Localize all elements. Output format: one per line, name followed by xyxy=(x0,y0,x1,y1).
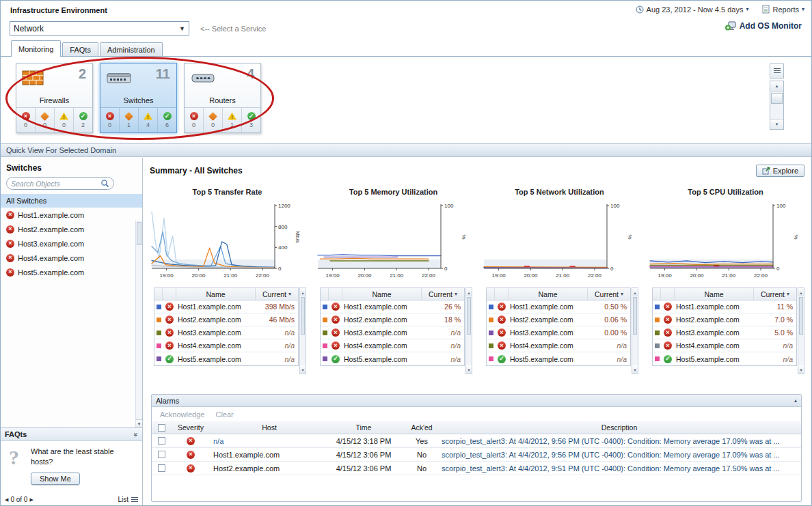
column-header-name[interactable]: Name xyxy=(509,288,588,300)
chart-table-row[interactable]: ×Host2.example.com18 % xyxy=(321,313,464,326)
collapse-icon[interactable]: ▴ xyxy=(794,397,797,404)
chart-table-row[interactable]: ×Host2.example.com46 Mb/s xyxy=(154,313,298,326)
chart-table-row[interactable]: ×Host4.example.comn/a xyxy=(487,339,630,352)
column-header-name[interactable]: Name xyxy=(342,288,422,300)
table-scrollbar[interactable]: ▴▾ xyxy=(798,287,804,374)
host-list-item[interactable]: ×Host5.example.com xyxy=(1,265,142,279)
column-header-name[interactable]: Name xyxy=(176,288,256,300)
show-me-button[interactable]: Show Me xyxy=(31,473,80,485)
tab-administration[interactable]: Administration xyxy=(100,42,163,56)
host-list-item[interactable]: ×Host1.example.com xyxy=(1,208,142,222)
scroll-down-button[interactable]: ▾ xyxy=(466,365,472,374)
chart-table-row[interactable]: ×Host1.example.com11 % xyxy=(653,300,796,313)
tile-scrollbar[interactable]: ▴ ▾ xyxy=(770,81,784,130)
select-all-checkbox[interactable] xyxy=(158,424,165,432)
tab-monitoring[interactable]: Monitoring xyxy=(11,40,61,57)
add-os-monitor-button[interactable]: Add OS Monitor xyxy=(725,21,802,31)
explore-button[interactable]: Explore xyxy=(756,165,804,177)
scroll-thumb[interactable] xyxy=(301,297,305,335)
clear-button[interactable]: Clear xyxy=(215,410,233,419)
scroll-thumb[interactable] xyxy=(633,297,637,335)
chart-table-row[interactable]: ×Host2.example.com7.0 % xyxy=(653,313,796,326)
scroll-down-button[interactable]: ▾ xyxy=(632,365,638,374)
acknowledge-button[interactable]: Acknowledge xyxy=(160,410,204,419)
scroll-down-button[interactable]: ▾ xyxy=(798,365,804,374)
tile-routers[interactable]: 4Routers×00!1✓3 xyxy=(184,63,261,133)
column-header-severity[interactable]: Severity xyxy=(171,423,211,432)
chart-table-row[interactable]: ×Host3.example.com0.00 % xyxy=(487,326,630,339)
pager-prev-icon[interactable]: ◀ xyxy=(5,497,8,503)
scroll-up-button[interactable]: ▴ xyxy=(300,288,306,296)
scroll-up-button[interactable]: ▴ xyxy=(466,288,472,296)
tile-switches[interactable]: 11Switches×01!4✓6 xyxy=(100,63,177,133)
scroll-down-button[interactable]: ▾ xyxy=(300,365,306,374)
chart-table-row[interactable]: ×Host3.example.comn/a xyxy=(321,326,464,339)
scroll-thumb[interactable] xyxy=(771,93,783,104)
alarm-row[interactable]: ×n/a4/15/12 3:18 PMYesscorpio_test_alert… xyxy=(152,434,801,448)
reports-menu[interactable]: Reports xyxy=(772,5,799,14)
scroll-thumb[interactable] xyxy=(799,297,803,335)
column-header-current[interactable]: Current▾ xyxy=(754,288,796,300)
column-header-current[interactable]: Current▾ xyxy=(256,288,298,300)
column-header-name[interactable]: Name xyxy=(675,288,754,300)
scroll-thumb[interactable] xyxy=(137,222,141,245)
scroll-thumb[interactable] xyxy=(467,297,471,335)
chart-table-row[interactable]: ×Host3.example.com5.0 % xyxy=(653,326,796,339)
host-list-item[interactable]: ×Host3.example.com xyxy=(1,236,142,251)
scroll-up-button[interactable]: ▴ xyxy=(798,288,804,296)
host-list-item[interactable]: ×Host4.example.com xyxy=(1,251,142,265)
column-header-host[interactable]: Host xyxy=(211,423,325,432)
sidebar-item-all-switches[interactable]: All Switches xyxy=(1,194,142,208)
alarm-description[interactable]: scorpio_test_alert3: At 4/4/2012, 9:56 P… xyxy=(442,437,801,445)
chart-table-row[interactable]: ✓Host5.example.comn/a xyxy=(653,352,796,365)
tile-firewalls[interactable]: 2Firewalls×00!0✓2 xyxy=(16,63,93,133)
column-header-current[interactable]: Current▾ xyxy=(588,288,630,300)
collapse-icon[interactable]: » xyxy=(133,432,140,436)
table-scrollbar[interactable]: ▴▾ xyxy=(632,287,638,374)
table-scrollbar[interactable]: ▴▾ xyxy=(465,287,472,374)
scroll-up-button[interactable]: ▴ xyxy=(770,81,783,92)
column-header-current[interactable]: Current▾ xyxy=(422,288,464,300)
scroll-track[interactable] xyxy=(632,296,638,365)
scroll-track[interactable] xyxy=(770,92,783,119)
time-range-menu[interactable]: Aug 23, 2012 - Now 4.5 days xyxy=(647,5,744,14)
scroll-up-button[interactable]: ▴ xyxy=(632,288,638,296)
column-header-acked[interactable]: Ack'ed xyxy=(402,423,442,432)
scroll-down-button[interactable]: ▾ xyxy=(770,119,783,129)
search-input[interactable] xyxy=(11,180,100,188)
list-view-button[interactable]: List xyxy=(118,496,138,503)
scroll-track[interactable] xyxy=(798,296,804,365)
chart-table-row[interactable]: ×Host4.example.comn/a xyxy=(154,339,298,352)
scroll-down-button[interactable]: ▾ xyxy=(136,419,142,427)
alarm-checkbox[interactable] xyxy=(158,464,165,472)
chart-table-row[interactable]: ✓Host5.example.comn/a xyxy=(321,352,464,365)
chart-table-row[interactable]: ×Host4.example.comn/a xyxy=(321,339,464,352)
tile-options-button[interactable] xyxy=(770,64,784,79)
host-list-item[interactable]: ×Host2.example.com xyxy=(1,222,142,236)
alarm-checkbox[interactable] xyxy=(158,437,165,445)
column-header-time[interactable]: Time xyxy=(325,423,402,432)
alarm-checkbox[interactable] xyxy=(158,451,165,458)
chart-table-row[interactable]: ×Host1.example.com26 % xyxy=(321,300,464,313)
pager-next-icon[interactable]: ▶ xyxy=(29,497,33,503)
host-name: Host3.example.com xyxy=(18,240,84,248)
service-select[interactable]: Network ▼ xyxy=(10,21,189,36)
chart-table-row[interactable]: ×Host1.example.com0.50 % xyxy=(487,300,630,313)
column-header-description[interactable]: Description xyxy=(442,423,801,432)
chart-table-row[interactable]: ×Host1.example.com398 Mb/s xyxy=(154,300,298,313)
table-scrollbar[interactable]: ▴▾ xyxy=(299,287,306,374)
chart-table-row[interactable]: ✓Host5.example.comn/a xyxy=(487,352,630,365)
alarm-description[interactable]: scorpio_test_alert3: At 4/4/2012, 9:51 P… xyxy=(442,464,801,473)
search-icon[interactable] xyxy=(100,179,109,188)
tab-faqts[interactable]: FAQts xyxy=(62,42,98,56)
sidebar-scrollbar[interactable]: ▾ xyxy=(135,221,142,427)
alarm-description[interactable]: scorpio_test_alert3: At 4/4/2012, 9:56 P… xyxy=(442,451,801,459)
chart-table-row[interactable]: ×Host2.example.com0.06 % xyxy=(487,313,630,326)
chart-table-row[interactable]: ✓Host5.example.comn/a xyxy=(154,352,298,365)
chart-table-row[interactable]: ×Host3.example.comn/a xyxy=(154,326,298,339)
scroll-track[interactable] xyxy=(466,296,472,365)
alarm-row[interactable]: ×Host1.example.com4/15/12 3:06 PMNoscorp… xyxy=(152,448,801,462)
scroll-track[interactable] xyxy=(300,296,306,365)
alarm-row[interactable]: ×Host2.example.com4/15/12 3:06 PMNoscorp… xyxy=(152,462,801,475)
chart-table-row[interactable]: ×Host4.example.comn/a xyxy=(653,339,796,352)
